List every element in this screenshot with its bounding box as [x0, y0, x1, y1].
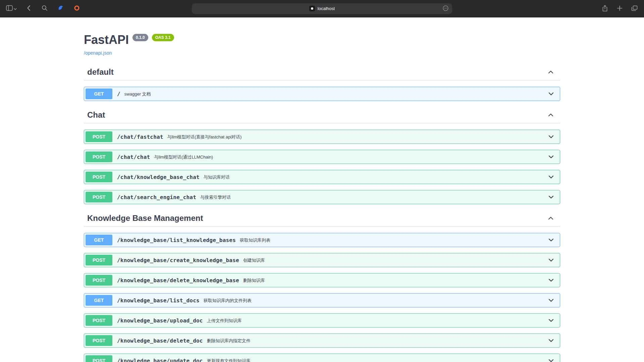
- chevron-down-icon: [548, 258, 554, 263]
- endpoint-row[interactable]: GET /knowledge_base/list_docs 获取知识库内的文件列…: [84, 293, 560, 307]
- back-button[interactable]: [23, 4, 34, 14]
- chevron-down-icon: [548, 175, 554, 180]
- extension-blue-icon: [58, 5, 64, 12]
- expand-endpoint-button[interactable]: [548, 278, 558, 283]
- address-bar[interactable]: localhost: [192, 3, 452, 14]
- endpoint-description: 与llm模型对话(直接与fastchat api对话): [167, 133, 242, 140]
- expand-endpoint-button[interactable]: [548, 298, 558, 303]
- http-method-badge: POST: [86, 315, 112, 326]
- endpoint-path: /chat/knowledge_base_chat: [112, 174, 204, 180]
- endpoint-list: GET / swagger 文档: [84, 87, 560, 101]
- chevron-down-icon: [548, 278, 554, 283]
- endpoint-row[interactable]: POST /knowledge_base/upload_doc 上传文件到知识库: [84, 313, 560, 327]
- endpoint-summary-row[interactable]: GET / swagger 文档: [84, 87, 560, 101]
- endpoint-path: /knowledge_base/delete_doc: [112, 338, 207, 344]
- endpoint-summary-row[interactable]: POST /knowledge_base/delete_doc 删除知识库内指定…: [84, 334, 560, 347]
- chevron-down-icon: [548, 134, 554, 139]
- endpoint-description: 创建知识库: [243, 257, 265, 263]
- endpoint-path: /knowledge_base/list_docs: [112, 297, 204, 304]
- expand-endpoint-button[interactable]: [548, 318, 558, 323]
- page-settings-button[interactable]: [442, 5, 449, 12]
- section-header[interactable]: Chat: [84, 107, 560, 123]
- endpoint-row[interactable]: GET /knowledge_base/list_knowledge_bases…: [84, 233, 560, 247]
- section-header[interactable]: Knowledge Base Management: [84, 210, 560, 227]
- api-section: default GET / swagger 文档: [84, 64, 560, 101]
- http-method-badge: GET: [86, 235, 112, 245]
- endpoint-row[interactable]: POST /chat/knowledge_base_chat 与知识库对话: [84, 170, 560, 184]
- endpoint-path: /: [112, 91, 124, 97]
- tab-overview-icon: [631, 5, 638, 12]
- endpoint-summary-row[interactable]: GET /knowledge_base/list_knowledge_bases…: [84, 233, 560, 247]
- chevron-down-icon: [548, 92, 554, 97]
- endpoint-description: 更新现有文件到知识库: [207, 357, 251, 362]
- chevron-down-icon: [548, 195, 554, 200]
- expand-endpoint-button[interactable]: [548, 155, 558, 160]
- sidebar-toggle-button[interactable]: [5, 4, 17, 14]
- extension-blue-button[interactable]: [56, 4, 66, 14]
- expand-endpoint-button[interactable]: [548, 238, 558, 243]
- expand-endpoint-button[interactable]: [548, 338, 558, 343]
- endpoint-summary-row[interactable]: POST /chat/fastchat 与llm模型对话(直接与fastchat…: [84, 130, 560, 143]
- openapi-spec-link[interactable]: /openapi.json: [84, 50, 112, 56]
- endpoint-row[interactable]: POST /knowledge_base/create_knowledge_ba…: [84, 253, 560, 267]
- endpoint-summary-row[interactable]: POST /chat/search_engine_chat 与搜索引擎对话: [84, 190, 560, 204]
- section-title: Chat: [87, 110, 105, 120]
- endpoint-path: /knowledge_base/delete_knowledge_base: [112, 277, 243, 284]
- chevron-down-icon: [548, 338, 554, 343]
- page-settings-icon: [443, 5, 448, 12]
- endpoint-description: 与llm模型对话(通过LLMChain): [154, 154, 213, 160]
- endpoint-list: POST /chat/fastchat 与llm模型对话(直接与fastchat…: [84, 130, 560, 204]
- http-method-badge: POST: [86, 355, 112, 362]
- collapse-section-button[interactable]: [548, 113, 553, 118]
- search-button[interactable]: [40, 4, 50, 14]
- expand-endpoint-button[interactable]: [548, 175, 558, 180]
- endpoint-row[interactable]: POST /knowledge_base/update_doc 更新现有文件到知…: [84, 354, 560, 362]
- endpoint-row[interactable]: POST /chat/fastchat 与llm模型对话(直接与fastchat…: [84, 130, 560, 144]
- endpoint-description: 获取知识库列表: [240, 237, 270, 243]
- new-tab-button[interactable]: [614, 4, 625, 14]
- chevron-up-icon: [548, 113, 553, 118]
- chevron-down-icon: [548, 318, 554, 323]
- expand-endpoint-button[interactable]: [548, 134, 558, 139]
- api-info: FastAPI 0.1.0 OAS 3.1 /openapi.json: [84, 17, 560, 64]
- chevron-up-icon: [548, 216, 553, 221]
- http-method-badge: POST: [86, 275, 112, 286]
- endpoint-summary-row[interactable]: POST /knowledge_base/update_doc 更新现有文件到知…: [84, 354, 560, 362]
- page-title: FastAPI 0.1.0 OAS 3.1: [84, 33, 560, 47]
- extension-orange-button[interactable]: [72, 4, 82, 14]
- endpoint-path: /knowledge_base/create_knowledge_base: [112, 257, 243, 263]
- tab-overview-button[interactable]: [629, 4, 639, 14]
- endpoint-summary-row[interactable]: GET /knowledge_base/list_docs 获取知识库内的文件列…: [84, 294, 560, 307]
- expand-endpoint-button[interactable]: [548, 258, 558, 263]
- endpoint-summary-row[interactable]: POST /chat/knowledge_base_chat 与知识库对话: [84, 170, 560, 184]
- endpoint-row[interactable]: POST /chat/search_engine_chat 与搜索引擎对话: [84, 190, 560, 204]
- collapse-section-button[interactable]: [548, 216, 553, 221]
- collapse-section-button[interactable]: [548, 70, 553, 75]
- back-icon: [27, 5, 31, 12]
- endpoint-description: 与搜索引擎对话: [200, 194, 231, 200]
- section-header[interactable]: default: [84, 64, 560, 80]
- endpoint-summary-row[interactable]: POST /knowledge_base/upload_doc 上传文件到知识库: [84, 314, 560, 327]
- endpoint-path: /knowledge_base/list_knowledge_bases: [112, 237, 240, 243]
- endpoint-summary-row[interactable]: POST /knowledge_base/delete_knowledge_ba…: [84, 274, 560, 287]
- api-sections: default GET / swagger 文档 Chat: [84, 64, 560, 362]
- version-badge: 0.1.0: [132, 34, 148, 41]
- endpoint-path: /chat/search_engine_chat: [112, 194, 200, 200]
- endpoint-list: GET /knowledge_base/list_knowledge_bases…: [84, 233, 560, 362]
- expand-endpoint-button[interactable]: [548, 92, 558, 97]
- endpoint-summary-row[interactable]: POST /knowledge_base/create_knowledge_ba…: [84, 253, 560, 267]
- endpoint-description: 上传文件到知识库: [207, 317, 242, 324]
- toolbar-right-group: [600, 0, 639, 17]
- endpoint-summary-row[interactable]: POST /chat/chat 与llm模型对话(通过LLMChain): [84, 150, 560, 164]
- endpoint-row[interactable]: POST /chat/chat 与llm模型对话(通过LLMChain): [84, 150, 560, 164]
- endpoint-row[interactable]: POST /knowledge_base/delete_knowledge_ba…: [84, 273, 560, 287]
- expand-endpoint-button[interactable]: [548, 358, 558, 362]
- expand-endpoint-button[interactable]: [548, 195, 558, 200]
- endpoint-row[interactable]: POST /knowledge_base/delete_doc 删除知识库内指定…: [84, 334, 560, 348]
- chevron-down-icon: [548, 155, 554, 160]
- http-method-badge: GET: [86, 295, 112, 306]
- http-method-badge: GET: [86, 88, 112, 99]
- extension-orange-icon: [74, 5, 80, 12]
- endpoint-row[interactable]: GET / swagger 文档: [84, 87, 560, 101]
- share-button[interactable]: [600, 4, 610, 14]
